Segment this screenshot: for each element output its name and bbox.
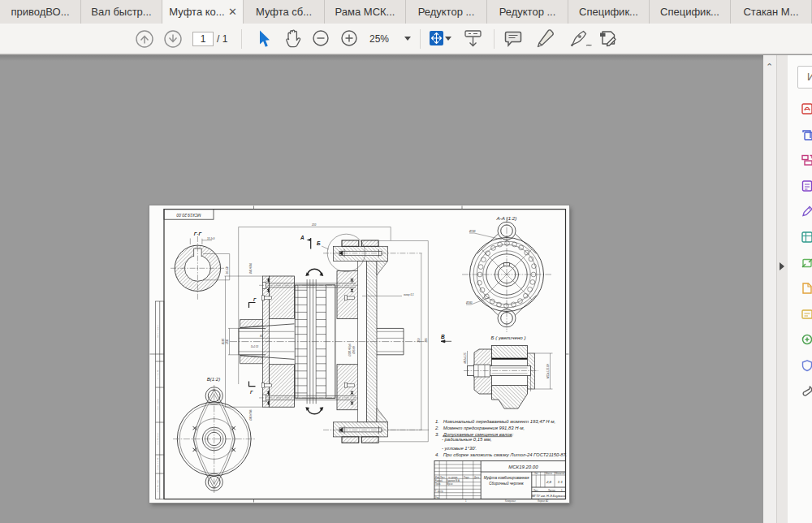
svg-text:Масштаб: Масштаб xyxy=(555,472,565,475)
svg-text:Ø45 H7/k6: Ø45 H7/k6 xyxy=(249,262,253,274)
svg-text:Сборочный чертеж: Сборочный чертеж xyxy=(489,481,524,486)
svg-text:- угловые 1°30'.: - угловые 1°30'. xyxy=(442,446,477,451)
svg-text:Формат А2: Формат А2 xyxy=(538,499,549,503)
svg-text:Мусат.: Мусат. xyxy=(447,482,453,486)
svg-text:286: 286 xyxy=(425,338,428,343)
svg-text:МСК19.20.00: МСК19.20.00 xyxy=(176,213,201,218)
svg-text:4. При сборке заложить смазк: 4. При сборке заложить смазку Литол-24 Г… xyxy=(435,452,567,457)
svg-text:Изм: Изм xyxy=(435,476,439,479)
svg-text:1: 1 xyxy=(561,489,563,492)
svg-text:В: В xyxy=(441,334,445,339)
svg-text:В(1:2): В(1:2) xyxy=(207,377,220,382)
svg-text:Ø35: Ø35 xyxy=(226,339,229,344)
svg-text:№ докум.: № докум. xyxy=(448,477,458,479)
svg-text:1:1: 1:1 xyxy=(558,480,564,484)
svg-text:Утв.: Утв. xyxy=(435,496,439,499)
svg-text:А-А (1:2): А-А (1:2) xyxy=(496,215,517,221)
svg-text:250: 250 xyxy=(417,338,421,343)
svg-text:Перв. примен.: Перв. примен. xyxy=(157,325,159,338)
svg-text:М12х1,25-6Н: М12х1,25-6Н xyxy=(546,363,550,378)
svg-text:Ø45 H7/k6: Ø45 H7/k6 xyxy=(249,409,253,421)
svg-text:Лист: Лист xyxy=(440,476,446,479)
svg-text:МСК19.20.00: МСК19.20.00 xyxy=(508,465,538,469)
svg-text:80: 80 xyxy=(260,335,263,338)
svg-text:Г: Г xyxy=(250,390,253,395)
svg-text:1. Номинальный передаваемый: 1. Номинальный передаваемый момент 193,4… xyxy=(435,419,555,424)
svg-text:- радиальные 0,15 мм,: - радиальные 0,15 мм, xyxy=(442,437,492,442)
svg-text:Муфта комбинированная: Муфта комбинированная xyxy=(484,476,529,480)
svg-text:Ø100 H7/js6: Ø100 H7/js6 xyxy=(348,344,352,357)
svg-text:Кудинов М.А.: Кудинов М.А. xyxy=(447,479,460,482)
svg-text:Пров.: Пров. xyxy=(435,482,441,486)
svg-text:Т. контр.: Т. контр. xyxy=(435,490,444,493)
svg-text:А: А xyxy=(300,235,304,240)
svg-text:2,8: 2,8 xyxy=(546,480,552,484)
svg-text:D=1:10: D=1:10 xyxy=(251,345,259,348)
svg-text:Масса: Масса xyxy=(546,472,552,475)
svg-text:Подп.: Подп. xyxy=(464,476,469,479)
svg-text:Б: Б xyxy=(317,240,321,246)
svg-text:2. Момент предохранения 991,: 2. Момент предохранения 991,83 Н·м, xyxy=(434,426,525,430)
svg-text:10 Js9: 10 Js9 xyxy=(207,237,214,240)
svg-text:МГТУ им. Н.Э.Баумана: МГТУ им. Н.Э.Баумана xyxy=(532,494,566,498)
svg-text:Листов: Листов xyxy=(548,489,555,492)
svg-text:зазор 0,1: зазор 0,1 xyxy=(403,293,414,296)
svg-text:Б ( увеличено ): Б ( увеличено ) xyxy=(490,335,525,340)
svg-text:Подп. и дата: Подп. и дата xyxy=(157,398,159,410)
svg-text:3. Допускаемые смещения вало: 3. Допускаемые смещения валов: xyxy=(435,432,514,437)
svg-text:Ø95 H9: Ø95 H9 xyxy=(352,346,356,355)
svg-text:Взам. инв. №: Взам. инв. № xyxy=(157,457,159,469)
svg-text:36 Js9: 36 Js9 xyxy=(226,266,229,274)
svg-text:Инв. № подл.: Инв. № подл. xyxy=(157,479,159,491)
svg-text:Инв. № дубл.: Инв. № дубл. xyxy=(157,432,159,444)
svg-text:Ø160: Ø160 xyxy=(465,301,473,305)
svg-text:Справ. №: Справ. № xyxy=(157,370,159,378)
svg-text:М12х1,25: М12х1,25 xyxy=(464,352,467,364)
svg-text:Копировал: Копировал xyxy=(505,499,516,503)
svg-text:Ø185: Ø185 xyxy=(222,339,225,346)
svg-text:Ø190: Ø190 xyxy=(469,230,476,233)
svg-text:Лит.: Лит. xyxy=(534,472,538,475)
svg-text:Г-Г: Г-Г xyxy=(194,231,202,236)
svg-text:Дата: Дата xyxy=(474,476,479,479)
svg-text:Г: Г xyxy=(253,297,257,302)
svg-text:210: 210 xyxy=(311,223,317,227)
svg-text:Разраб.: Разраб. xyxy=(435,479,443,482)
svg-text:1: 1 xyxy=(465,499,467,503)
svg-text:Лист: Лист xyxy=(533,489,539,492)
